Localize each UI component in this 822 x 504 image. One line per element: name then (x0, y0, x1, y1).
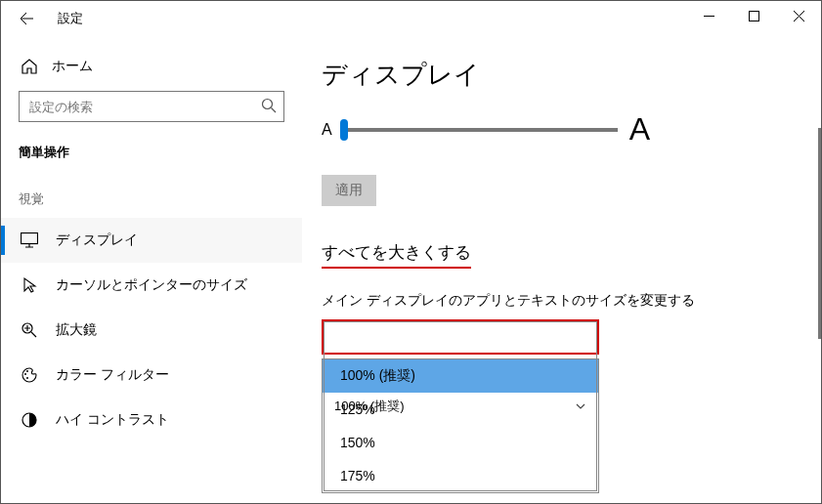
section-label: 簡単操作 (19, 144, 284, 161)
sidebar-item-color-filter[interactable]: カラー フィルター (1, 353, 302, 398)
cursor-icon (21, 276, 38, 294)
make-everything-bigger-heading: すべてを大きくする (322, 241, 471, 269)
sidebar-item-display[interactable]: ディスプレイ (1, 218, 302, 263)
magnifier-icon (21, 321, 38, 339)
nav-label: ディスプレイ (56, 231, 138, 249)
search-icon (261, 98, 277, 113)
maximize-button[interactable] (731, 1, 776, 30)
minimize-button[interactable] (686, 1, 731, 30)
text-size-slider[interactable] (344, 128, 618, 132)
main-content: ディスプレイ A A 適用 すべてを大きくする メイン ディスプレイのアプリとテ… (302, 36, 821, 503)
search-box[interactable] (19, 91, 284, 122)
scale-combobox[interactable]: 100% (推奨) (322, 319, 599, 355)
nav-label: ハイ コントラスト (56, 411, 169, 429)
close-icon (794, 11, 804, 21)
svg-point-4 (24, 373, 26, 375)
monitor-icon (21, 232, 38, 248)
back-button[interactable] (17, 9, 36, 28)
maximize-icon (749, 11, 759, 21)
svg-point-6 (26, 377, 28, 379)
home-label: ホーム (52, 58, 93, 75)
svg-rect-0 (749, 11, 758, 21)
home-nav[interactable]: ホーム (19, 48, 284, 91)
nav-label: カーソルとポインターのサイズ (56, 276, 247, 294)
close-button[interactable] (776, 1, 821, 30)
window-controls (686, 1, 821, 30)
combobox-option[interactable]: 150% (323, 426, 598, 459)
big-a-label: A (629, 111, 650, 147)
apply-button: 適用 (322, 175, 376, 206)
small-a-label: A (322, 121, 332, 139)
svg-rect-2 (22, 233, 38, 244)
sidebar-item-cursor[interactable]: カーソルとポインターのサイズ (1, 263, 302, 308)
page-title: ディスプレイ (322, 58, 798, 92)
nav-list: ディスプレイ カーソルとポインターのサイズ 拡大鏡 カラー フィルター ハイ コ… (1, 218, 302, 442)
combobox-option[interactable]: 125% (323, 393, 598, 426)
titlebar: 設定 (1, 1, 821, 36)
slider-thumb[interactable] (340, 119, 348, 141)
combobox-option[interactable]: 100% (推奨) (323, 359, 598, 393)
svg-point-5 (26, 370, 28, 372)
nav-label: カラー フィルター (56, 366, 169, 384)
svg-point-1 (263, 100, 273, 109)
contrast-icon (21, 411, 38, 429)
sidebar: ホーム 簡単操作 視覚 ディスプレイ カーソルとポインターのサイズ 拡大鏡 カラ… (1, 36, 302, 503)
search-input[interactable] (19, 91, 284, 122)
sidebar-item-magnifier[interactable]: 拡大鏡 (1, 308, 302, 353)
sidebar-item-high-contrast[interactable]: ハイ コントラスト (1, 398, 302, 442)
scale-combobox-list: 100% (推奨) 125% 150% 175% (322, 358, 599, 493)
minimize-icon (704, 11, 714, 21)
group-label: 視覚 (19, 190, 284, 208)
text-size-slider-row: A A (322, 111, 798, 147)
window-title: 設定 (58, 10, 83, 27)
palette-icon (21, 366, 38, 384)
nav-label: 拡大鏡 (56, 321, 97, 339)
scale-field-label: メイン ディスプレイのアプリとテキストのサイズを変更する (322, 292, 798, 310)
home-icon (21, 58, 38, 75)
combobox-option[interactable]: 175% (323, 459, 598, 492)
scrollbar[interactable] (818, 128, 821, 339)
arrow-left-icon (19, 11, 34, 26)
